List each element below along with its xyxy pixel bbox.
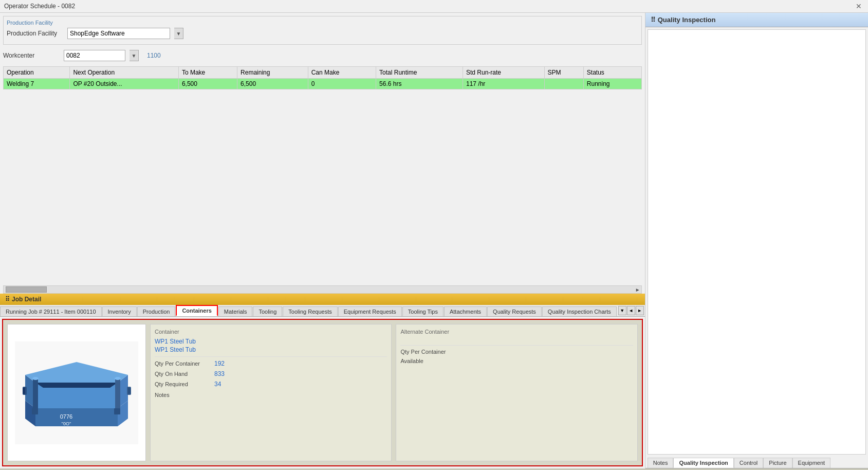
container-name-2[interactable]: WP1 Steel Tub [155, 346, 387, 353]
tab-control[interactable]: Control [734, 458, 763, 468]
tab-prev-arrow[interactable]: ◄ [627, 306, 635, 315]
right-panel-title: ⠿ Quality Inspection [645, 13, 868, 27]
horizontal-scrollbar[interactable]: ► [3, 285, 642, 294]
window-title-bar: Operator Schedule - 0082 ✕ [0, 0, 868, 13]
cell-total-runtime: 56.6 hrs [376, 79, 463, 89]
svg-rect-10 [115, 378, 120, 409]
workcenter-code: 1100 [147, 52, 161, 59]
col-remaining: Remaining [237, 67, 308, 79]
tab-quality-requests[interactable]: Quality Requests [487, 306, 542, 316]
facility-input[interactable] [67, 28, 170, 39]
tab-tooling-tips[interactable]: Tooling Tips [402, 306, 444, 316]
alt-available-row: Available [400, 358, 633, 364]
svg-text:0776: 0776 [60, 413, 72, 420]
operations-table-container: Operation Next Operation To Make Remaini… [3, 66, 642, 283]
container-details: Container WP1 Steel Tub WP1 Steel Tub Qt… [150, 324, 638, 461]
svg-rect-14 [114, 408, 120, 414]
section-label: Production Facility [7, 20, 638, 26]
col-operation: Operation [4, 67, 70, 79]
tab-notes[interactable]: Notes [648, 458, 674, 468]
qty-per-container-label: Qty Per Container [155, 360, 211, 367]
svg-rect-13 [32, 408, 38, 414]
workcenter-label: Workcenter [3, 52, 60, 59]
qty-on-hand-label: Qty On Hand [155, 371, 211, 377]
qty-on-hand-value: 833 [214, 370, 225, 377]
cell-to-make: 6,500 [178, 79, 237, 89]
tab-equipment-requests[interactable]: Equipment Requests [338, 306, 402, 316]
notes-label: Notes [155, 392, 387, 398]
col-to-make: To Make [178, 67, 237, 79]
close-button[interactable]: ✕ [854, 2, 864, 10]
svg-point-12 [115, 377, 121, 380]
cell-remaining: 6,500 [237, 79, 308, 89]
tab-inventory[interactable]: Inventory [102, 306, 137, 316]
svg-rect-20 [128, 388, 131, 394]
table-header-row: Operation Next Operation To Make Remaini… [4, 67, 642, 79]
cell-std-run-rate: 117 /hr [463, 79, 545, 89]
tab-running-job[interactable]: Running Job # 29111 - Item 000110 [0, 306, 102, 316]
tab-attachments[interactable]: Attachments [444, 306, 487, 316]
container-section-label: Container [155, 329, 387, 335]
svg-marker-1 [35, 408, 118, 426]
qty-required-label: Qty Required [155, 381, 211, 387]
left-panel: Production Facility Production Facility … [0, 13, 645, 468]
tab-nav-arrows: ▼ ◄ ► [617, 305, 645, 316]
right-panel: ⠿ Quality Inspection Notes Quality Inspe… [645, 13, 868, 468]
col-can-make: Can Make [308, 67, 376, 79]
job-detail-section: ⠿ Job Detail Running Job # 29111 - Item … [0, 294, 645, 468]
container-name-1[interactable]: WP1 Steel Tub [155, 338, 387, 345]
scroll-thumb[interactable] [6, 286, 47, 293]
svg-rect-18 [23, 388, 25, 394]
grip-icon-right: ⠿ [651, 16, 656, 24]
alt-container-section-label: Alternate Container [400, 329, 633, 335]
container-info-box: Container WP1 Steel Tub WP1 Steel Tub Qt… [150, 324, 392, 461]
cell-operation: Welding 7 [4, 79, 70, 89]
right-panel-tabs: Notes Quality Inspection Control Picture… [645, 457, 868, 468]
alt-available-label: Available [400, 358, 457, 364]
window-title: Operator Schedule - 0082 [4, 3, 75, 10]
tab-materials[interactable]: Materials [218, 306, 253, 316]
cell-can-make: 0 [308, 79, 376, 89]
tab-production[interactable]: Production [137, 306, 176, 316]
tab-quality-inspection[interactable]: Quality Inspection [673, 458, 733, 468]
scroll-right-arrow[interactable]: ► [635, 287, 640, 293]
col-std-run-rate: Std Run-rate [463, 67, 545, 79]
tab-containers[interactable]: Containers [176, 305, 217, 316]
quality-inspection-content [648, 29, 866, 455]
production-facility-section: Production Facility Production Facility … [3, 16, 642, 45]
steel-tub-image: 0776 "0O" [15, 341, 138, 444]
table-scroll-area[interactable]: Operation Next Operation To Make Remaini… [3, 66, 642, 283]
col-next-operation: Next Operation [70, 67, 179, 79]
tab-tooling-requests[interactable]: Tooling Requests [283, 306, 337, 316]
col-total-runtime: Total Runtime [376, 67, 463, 79]
tab-dropdown-arrow[interactable]: ▼ [618, 306, 626, 315]
job-detail-title: Job Detail [12, 296, 41, 303]
svg-marker-8 [35, 383, 118, 388]
tab-quality-inspection-charts[interactable]: Quality Inspection Charts [542, 306, 617, 316]
qty-required-row: Qty Required 34 [155, 381, 387, 388]
container-alt-box: Alternate Container Qty Per Container Av… [396, 324, 637, 461]
workcenter-dropdown-arrow[interactable]: ▼ [130, 50, 139, 61]
tab-equipment[interactable]: Equipment [792, 458, 831, 468]
tab-tooling[interactable]: Tooling [253, 306, 282, 316]
svg-point-11 [32, 377, 39, 380]
qty-per-container-value: 192 [214, 360, 225, 367]
job-detail-title-bar: ⠿ Job Detail [0, 294, 645, 305]
cell-spm [544, 79, 583, 89]
col-status: Status [583, 67, 641, 79]
container-image-box: 0776 "0O" [7, 324, 146, 461]
table-row[interactable]: Welding 7 OP #20 Outside... 6,500 6,500 … [4, 79, 642, 89]
svg-rect-9 [33, 378, 38, 409]
tab-next-arrow[interactable]: ► [636, 306, 644, 315]
qty-required-value: 34 [214, 381, 221, 388]
job-tabs: Running Job # 29111 - Item 000110 Invent… [0, 305, 645, 317]
facility-dropdown-arrow[interactable]: ▼ [174, 28, 183, 39]
container-tab-content: 0776 "0O" Container WP1 S [2, 319, 643, 466]
operations-table: Operation Next Operation To Make Remaini… [3, 66, 642, 89]
facility-row: Production Facility ▼ [7, 28, 638, 39]
tab-picture[interactable]: Picture [763, 458, 792, 468]
workcenter-input[interactable] [64, 50, 125, 61]
quality-inspection-title: Quality Inspection [658, 16, 716, 24]
workcenter-row: Workcenter ▼ 1100 [3, 50, 642, 61]
alt-qty-per-container-label: Qty Per Container [400, 349, 457, 355]
